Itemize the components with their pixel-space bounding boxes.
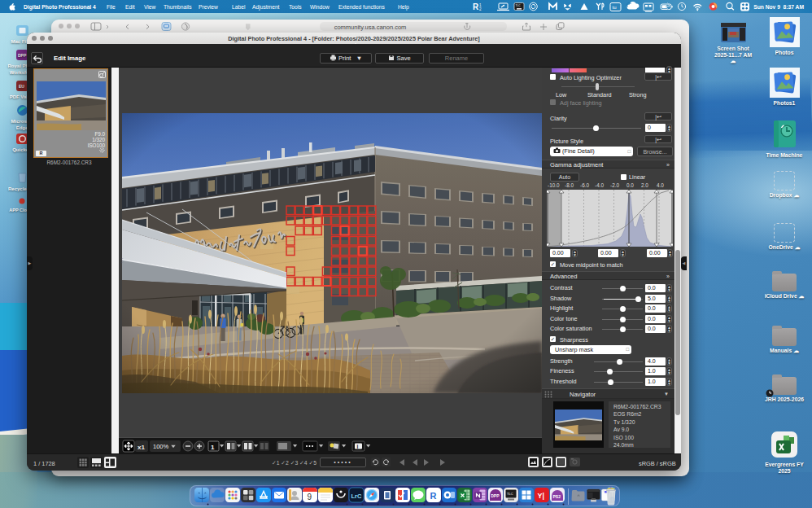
svg-text:R: R <box>430 491 437 501</box>
svg-text:LrC: LrC <box>351 493 363 500</box>
svg-text:Y|: Y| <box>538 492 545 500</box>
svg-text:tu: tu <box>613 5 617 10</box>
svg-text:9: 9 <box>308 493 312 501</box>
svg-text:DPP: DPP <box>491 493 500 498</box>
svg-text:PS2: PS2 <box>553 494 561 499</box>
svg-text:TLC: TLC <box>507 492 513 496</box>
svg-text:x1: x1 <box>138 444 145 451</box>
svg-text:1: 1 <box>211 444 215 451</box>
svg-text:100%: 100% <box>153 443 169 450</box>
svg-text:EU: EU <box>19 84 24 89</box>
svg-text:TLC: TLC <box>516 4 522 7</box>
svg-text:DPP: DPP <box>18 53 27 58</box>
svg-text:i: i <box>357 444 359 449</box>
svg-text:2: 2 <box>479 7 482 11</box>
svg-text:R: R <box>473 2 479 11</box>
